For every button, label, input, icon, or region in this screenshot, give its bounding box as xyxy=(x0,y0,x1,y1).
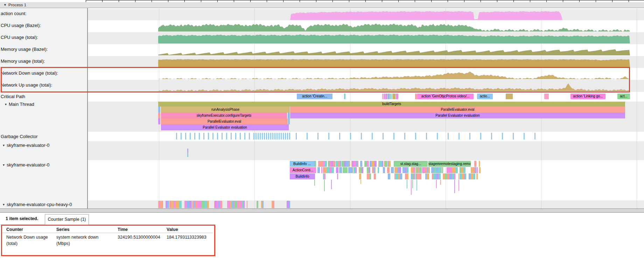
trace-slice[interactable] xyxy=(454,180,455,193)
mem-total-chart[interactable] xyxy=(88,58,644,67)
gc-event-tick[interactable] xyxy=(372,133,373,139)
track-label-net-up[interactable]: Network Up usage (total): xyxy=(0,82,88,88)
trace-slice[interactable] xyxy=(360,161,362,167)
track-label-net-down[interactable]: Network Down usage (total): xyxy=(0,70,88,76)
trace-slice[interactable] xyxy=(427,173,429,179)
gc-event-tick[interactable] xyxy=(350,133,351,139)
gc-event-tick[interactable] xyxy=(469,133,470,139)
trace-slice[interactable] xyxy=(402,167,405,173)
trace-slice[interactable] xyxy=(221,201,222,208)
gc-event-tick[interactable] xyxy=(212,133,214,139)
trace-slice[interactable] xyxy=(342,161,344,167)
collapse-arrow-icon[interactable]: ▾ xyxy=(5,102,7,106)
gc-event-tick[interactable] xyxy=(524,133,525,139)
gc-event-tick[interactable] xyxy=(339,133,340,139)
gc-event-tick[interactable] xyxy=(222,133,223,139)
gc-event-tick[interactable] xyxy=(181,133,182,139)
track-label-garbage-collector[interactable]: Garbage Collector xyxy=(0,134,88,139)
trace-slice[interactable] xyxy=(476,173,478,179)
trace-slice[interactable] xyxy=(460,173,462,179)
gc-event-tick[interactable] xyxy=(502,133,503,139)
trace-slice[interactable] xyxy=(416,173,419,179)
gc-event-tick[interactable] xyxy=(283,133,284,139)
trace-slice[interactable] xyxy=(362,167,363,173)
trace-slice[interactable] xyxy=(506,94,513,99)
trace-slice[interactable] xyxy=(314,180,315,186)
trace-slice[interactable] xyxy=(374,173,376,179)
track-label-action-count[interactable]: action count: xyxy=(0,11,88,16)
process-header-bar[interactable]: ▼ Process 1 xyxy=(0,2,644,8)
trace-slice[interactable] xyxy=(422,167,425,173)
trace-slice[interactable] xyxy=(329,167,332,173)
trace-slice[interactable] xyxy=(454,173,455,179)
trace-slice[interactable] xyxy=(379,161,382,167)
trace-slice[interactable] xyxy=(386,94,387,99)
trace-slice[interactable] xyxy=(227,201,230,208)
trace-slice[interactable] xyxy=(325,167,327,173)
trace-slice[interactable] xyxy=(442,167,443,173)
trace-slice-actionconti-[interactable]: ActionConti... xyxy=(290,167,316,173)
trace-slice[interactable] xyxy=(388,161,391,167)
table-cell[interactable]: (total) xyxy=(6,241,18,246)
trace-slice[interactable] xyxy=(318,161,321,167)
trace-slice[interactable] xyxy=(357,161,358,167)
gc-event-tick[interactable] xyxy=(272,133,273,139)
trace-slice[interactable] xyxy=(344,94,345,99)
cpu-total-chart[interactable] xyxy=(88,34,644,43)
trace-slice[interactable] xyxy=(374,161,377,167)
table-header-value[interactable]: Value xyxy=(167,227,178,232)
gc-event-tick[interactable] xyxy=(404,133,405,139)
gc-event-tick[interactable] xyxy=(268,133,269,139)
gc-event-tick[interactable] xyxy=(176,133,177,139)
gc-event-tick[interactable] xyxy=(226,133,227,139)
trace-slice[interactable] xyxy=(167,201,169,208)
trace-slice[interactable] xyxy=(348,167,351,173)
gc-event-tick[interactable] xyxy=(266,133,267,139)
trace-slice[interactable] xyxy=(463,167,465,173)
trace-slice[interactable] xyxy=(317,167,320,173)
trace-slice[interactable] xyxy=(407,180,407,189)
gc-event-tick[interactable] xyxy=(491,133,492,139)
trace-slice[interactable] xyxy=(321,161,323,167)
gc-event-tick[interactable] xyxy=(274,133,275,139)
trace-slice-act-[interactable]: act... xyxy=(617,94,630,99)
gc-event-tick[interactable] xyxy=(287,133,288,139)
trace-slice[interactable] xyxy=(465,173,467,179)
trace-slice[interactable] xyxy=(247,201,247,208)
collapse-arrow-icon[interactable]: ▾ xyxy=(3,163,5,167)
trace-slice[interactable] xyxy=(384,94,385,99)
trace-slice[interactable] xyxy=(367,161,369,167)
trace-slice[interactable] xyxy=(288,112,290,118)
gc-event-tick[interactable] xyxy=(437,133,438,139)
gc-event-tick[interactable] xyxy=(458,133,460,139)
trace-slice[interactable] xyxy=(383,161,383,167)
trace-slice[interactable] xyxy=(158,118,160,124)
gc-event-tick[interactable] xyxy=(270,133,271,139)
trace-slice[interactable] xyxy=(336,161,338,167)
gc-event-tick[interactable] xyxy=(279,133,280,139)
trace-slice-parallelevaluator-eval[interactable]: ParallelEvaluator.eval xyxy=(161,118,288,124)
evaluator-event-tick[interactable] xyxy=(187,153,188,157)
trace-slice[interactable] xyxy=(359,173,361,179)
panel-splitter[interactable] xyxy=(0,208,644,213)
gc-event-tick[interactable] xyxy=(307,133,308,139)
gc-event-tick[interactable] xyxy=(262,133,263,139)
trace-slice[interactable] xyxy=(447,167,449,173)
trace-slice[interactable] xyxy=(331,180,332,189)
trace-slice-actio-[interactable]: actio... xyxy=(477,94,493,99)
trace-slice[interactable] xyxy=(419,173,421,179)
trace-slice[interactable] xyxy=(399,167,401,173)
table-cell[interactable]: (Mbps) xyxy=(56,241,70,246)
trace-slice[interactable] xyxy=(262,201,264,208)
gc-event-tick[interactable] xyxy=(199,133,200,139)
trace-slice[interactable] xyxy=(287,201,289,208)
trace-slice[interactable] xyxy=(396,94,398,99)
gc-event-tick[interactable] xyxy=(383,133,384,139)
table-cell[interactable]: Network Down usage xyxy=(6,235,48,240)
trace-slice[interactable] xyxy=(289,201,290,208)
trace-slice[interactable] xyxy=(187,201,190,208)
table-cell[interactable]: 184.1793113323983 xyxy=(167,235,206,240)
trace-slice[interactable] xyxy=(407,173,408,179)
gc-event-tick[interactable] xyxy=(328,133,329,139)
trace-slice[interactable] xyxy=(471,167,473,173)
